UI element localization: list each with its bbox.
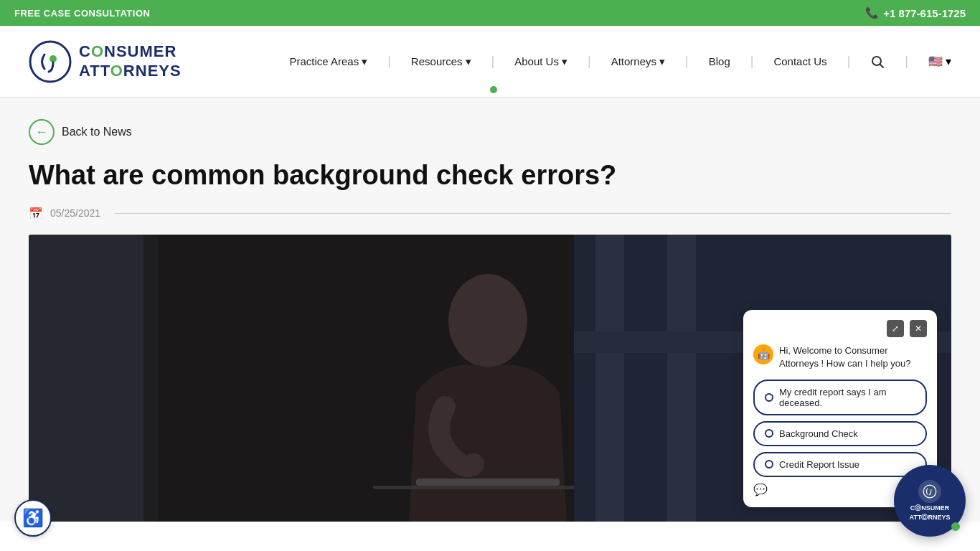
phone-icon: 📞 (865, 6, 879, 19)
accessibility-icon: ♿ (22, 508, 44, 528)
svg-point-14 (923, 485, 936, 498)
back-label: Back to News (62, 126, 132, 138)
accessibility-button[interactable]: ♿ (14, 499, 52, 537)
chat-option-label-3: Credit Report Issue (779, 459, 859, 470)
chat-expand-button[interactable]: ⤢ (887, 320, 904, 337)
logo[interactable]: CONSUMER ATTORNEYS (29, 40, 182, 83)
logo-icon (29, 40, 72, 83)
chat-logo-text-line1: CⓄNSUMER (910, 504, 950, 512)
svg-point-7 (448, 274, 527, 367)
logo-text: CONSUMER ATTORNEYS (79, 42, 182, 80)
nav-practice-areas[interactable]: Practice Areas ▾ (289, 55, 367, 68)
svg-rect-9 (373, 486, 595, 489)
attorneys-chevron: ▾ (659, 55, 665, 68)
navbar: CONSUMER ATTORNEYS Practice Areas ▾ | Re… (0, 26, 980, 98)
back-to-news-button[interactable]: ← Back to News (29, 119, 951, 145)
phone-number[interactable]: 📞 +1 877-615-1725 (865, 6, 966, 19)
chat-greeting: 🤖 Hi, Welcome to Consumer Attorneys ! Ho… (753, 344, 927, 370)
chat-logo-text-line2: ATTⓄRNEYS (910, 514, 951, 522)
nav-sep-6: | (847, 54, 851, 69)
nav-attorneys[interactable]: Attorneys ▾ (611, 55, 665, 68)
nav-about-us[interactable]: About Us ▾ (514, 55, 567, 68)
language-selector[interactable]: 🇺🇸 ▾ (928, 55, 951, 68)
nav-sep-1: | (387, 54, 391, 69)
about-chevron: ▾ (562, 55, 567, 68)
chat-radio-1 (765, 393, 773, 402)
article-date: 05/25/2021 (50, 207, 100, 219)
chat-header-row: ⤢ ✕ (753, 320, 927, 337)
article-title: What are common background check errors? (29, 159, 674, 192)
nav-links: Practice Areas ▾ | Resources ▾ | About U… (289, 54, 951, 69)
chat-radio-2 (765, 429, 773, 438)
calendar-icon: 📅 (29, 207, 43, 220)
practice-areas-chevron: ▾ (362, 55, 367, 68)
chat-option-deceased[interactable]: My credit report says I am deceased. (753, 380, 927, 415)
nav-sep-4: | (685, 54, 689, 69)
chat-greeting-text: Hi, Welcome to Consumer Attorneys ! How … (779, 344, 927, 370)
free-consultation-label[interactable]: FREE CASE CONSULTATION (14, 8, 150, 19)
nav-sep-7: | (905, 54, 908, 69)
chat-option-label-2: Background Check (779, 428, 858, 439)
nav-sep-5: | (750, 54, 754, 69)
chat-option-credit-report[interactable]: Credit Report Issue (753, 452, 927, 477)
search-icon[interactable] (870, 55, 885, 69)
hero-image: ⤢ ✕ 🤖 Hi, Welcome to Consumer Attorneys … (29, 235, 951, 522)
chat-close-button[interactable]: ✕ (910, 320, 927, 337)
nav-indicator-dot (490, 86, 497, 93)
main-content: ← Back to News What are common backgroun… (0, 98, 980, 522)
resources-chevron: ▾ (466, 55, 471, 68)
meta-divider (115, 213, 951, 214)
article-meta: 📅 05/25/2021 (29, 207, 951, 220)
phone-label[interactable]: +1 877-615-1725 (883, 7, 966, 19)
chat-footer-icon: 💬 (753, 483, 768, 497)
svg-rect-6 (143, 235, 158, 522)
svg-line-3 (880, 65, 883, 67)
chat-online-indicator (951, 522, 960, 531)
svg-point-2 (872, 57, 881, 65)
back-arrow-icon: ← (29, 119, 55, 145)
nav-sep-3: | (588, 54, 591, 69)
nav-sep-2: | (491, 54, 495, 69)
svg-rect-8 (416, 479, 560, 486)
chat-logo-bubble[interactable]: CⓄNSUMER ATTⓄRNEYS (894, 465, 966, 537)
chat-option-background-check[interactable]: Background Check (753, 421, 927, 446)
nav-contact[interactable]: Contact Us (773, 55, 826, 67)
nav-resources[interactable]: Resources ▾ (411, 55, 471, 68)
top-bar: FREE CASE CONSULTATION 📞 +1 877-615-1725 (0, 0, 980, 26)
svg-rect-5 (29, 235, 143, 522)
chat-option-label-1: My credit report says I am deceased. (779, 387, 915, 408)
chat-logo-icon (918, 480, 941, 503)
svg-point-0 (30, 42, 70, 82)
chat-bot-icon: 🤖 (753, 344, 773, 364)
chat-radio-3 (765, 460, 773, 468)
nav-blog[interactable]: Blog (709, 55, 730, 67)
